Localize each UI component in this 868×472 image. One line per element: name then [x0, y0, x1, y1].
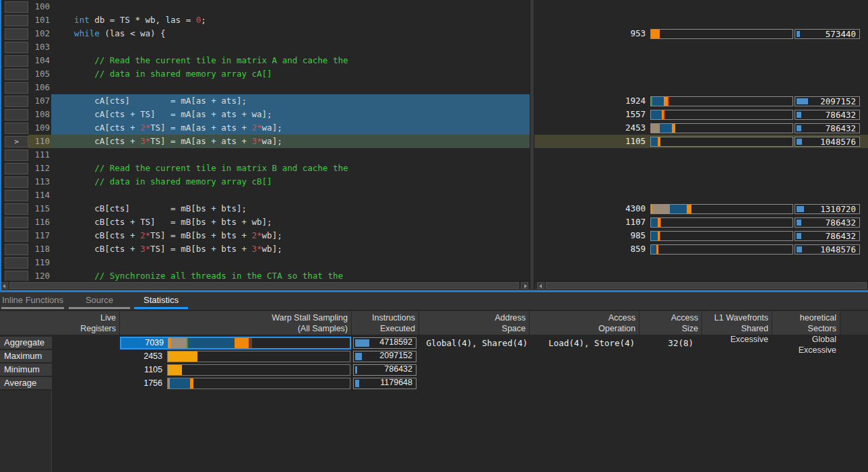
code-line[interactable]: 101 int db = TS * wb, las = 0; [0, 13, 530, 27]
code-line[interactable]: 114 [0, 189, 530, 202]
instructions-bar[interactable]: 573440 [795, 29, 860, 39]
warp-stall-bar[interactable] [168, 338, 350, 348]
warp-stall-bar[interactable] [650, 231, 793, 241]
column-header[interactable]: L1 WavefrontsShared Excessive [702, 311, 772, 335]
column-header[interactable]: AccessOperation [530, 311, 640, 335]
sample-row[interactable]: 11051048576 [534, 135, 868, 148]
code-line[interactable]: 116 cB[cts + TS] = mB[bs + bts + wb]; [0, 215, 530, 229]
instructions-bar[interactable]: 1048576 [795, 244, 860, 255]
scrollbar-thumb[interactable] [9, 282, 519, 289]
gutter-box[interactable] [5, 69, 28, 80]
code-hscrollbar[interactable] [0, 281, 530, 289]
gutter-box[interactable] [5, 230, 28, 242]
column-header[interactable]: LiveRegisters [53, 311, 120, 335]
stat-row-label-aggregate[interactable]: Aggregate [0, 337, 52, 349]
warp-stall-bar[interactable] [650, 137, 793, 147]
gutter-box[interactable] [5, 109, 28, 121]
code-line[interactable]: 107 cA[cts] = mA[as + ats]; [0, 94, 530, 108]
sample-row[interactable]: 2453786432 [534, 121, 868, 135]
warp-stall-bar[interactable] [167, 351, 350, 362]
tab-inline-functions[interactable]: Inline Functions [1, 293, 64, 307]
column-header[interactable]: InstructionsExecuted [352, 311, 419, 335]
column-header[interactable]: AddressSpace [419, 311, 530, 335]
code-line[interactable]: 118 cB[cts + 3*TS] = mB[bs + bts + 3*wb]… [0, 242, 530, 256]
warp-stall-bar[interactable] [650, 244, 793, 255]
statistics-header[interactable]: LiveRegistersWarp Stall Sampling(All Sam… [0, 311, 868, 335]
samples-hscrollbar[interactable] [534, 281, 868, 289]
instructions-bar[interactable]: 1179648 [353, 378, 416, 389]
instructions-bar[interactable]: 2097152 [795, 96, 860, 106]
sample-row[interactable]: 1107786432 [534, 215, 868, 229]
code-panel[interactable]: 100101 int db = TS * wb, las = 0;102 whi… [0, 0, 530, 289]
gutter-box[interactable] [5, 190, 28, 201]
instructions-bar[interactable]: 786432 [353, 364, 416, 376]
code-line[interactable]: 100 [0, 0, 530, 13]
warp-stall-cell-selected[interactable]: 7039 [120, 337, 351, 349]
code-line[interactable]: >110 cA[cts + 3*TS] = mA[as + ats + 3*wa… [0, 135, 530, 148]
gutter-box[interactable] [5, 217, 28, 228]
gutter-box[interactable] [5, 123, 28, 134]
gutter-box[interactable] [5, 244, 28, 255]
gutter-box[interactable] [5, 15, 28, 26]
tab-statistics[interactable]: Statistics [134, 293, 188, 307]
scrollbar-thumb[interactable] [546, 282, 867, 289]
code-line[interactable]: 104 // Read the current tile in matrix A… [0, 54, 530, 67]
instructions-bar[interactable]: 786432 [795, 217, 860, 228]
gutter-box[interactable] [5, 1, 28, 13]
code-line[interactable]: 106 [0, 81, 530, 94]
sample-row[interactable]: 953573440 [534, 27, 868, 40]
code-line[interactable]: 115 cB[cts] = mB[bs + bts]; [0, 202, 530, 215]
scroll-right-icon[interactable] [521, 282, 528, 289]
code-line[interactable]: 111 [0, 148, 530, 162]
warp-stall-bar[interactable] [650, 110, 793, 120]
column-header[interactable]: Warp Stall Sampling(All Samples) [120, 311, 352, 335]
instructions-bar[interactable]: 786432 [795, 110, 860, 120]
sample-row[interactable]: 1557786432 [534, 108, 868, 121]
warp-stall-bar[interactable] [167, 378, 350, 389]
code-line[interactable]: 102 while (las < wa) { [0, 27, 530, 40]
panel-divider[interactable] [530, 0, 534, 289]
sample-row[interactable]: 43001310720 [534, 202, 868, 215]
code-line[interactable]: 117 cB[cts + 2*TS] = mB[bs + bts + 2*wb]… [0, 229, 530, 242]
instructions-bar[interactable]: 1048576 [795, 137, 860, 147]
scroll-left-icon[interactable] [1, 282, 8, 289]
instructions-bar[interactable]: 786432 [795, 231, 860, 241]
column-header[interactable]: heoretical SectorsGlobal Excessive [772, 311, 840, 335]
code-line[interactable]: 103 [0, 40, 530, 54]
warp-stall-bar[interactable] [650, 96, 793, 106]
stat-row-label-minimum[interactable]: Minimum [0, 364, 52, 376]
gutter-box[interactable] [5, 176, 28, 188]
stat-row-label-average[interactable]: Average [0, 377, 52, 390]
code-line[interactable]: 119 [0, 256, 530, 269]
instructions-bar[interactable]: 786432 [795, 123, 860, 133]
warp-stall-bar[interactable] [650, 123, 793, 133]
warp-stall-bar[interactable] [650, 217, 793, 228]
gutter-box[interactable] [5, 149, 28, 161]
gutter-box[interactable] [5, 82, 28, 94]
gutter-box[interactable] [5, 203, 28, 215]
column-header[interactable]: AccessSize [640, 311, 702, 335]
gutter-box[interactable] [5, 28, 28, 40]
instructions-bar[interactable]: 4718592 [353, 337, 416, 349]
warp-stall-bar[interactable] [650, 204, 793, 214]
current-line-marker-icon[interactable]: > [5, 136, 28, 147]
scroll-left-icon[interactable] [537, 282, 545, 289]
sample-row[interactable]: 8591048576 [534, 242, 868, 256]
gutter-box[interactable] [5, 42, 28, 53]
instructions-bar[interactable]: 2097152 [353, 351, 416, 362]
gutter-box[interactable] [5, 163, 28, 174]
code-line[interactable]: 108 cA[cts + TS] = mA[as + ats + wa]; [0, 108, 530, 121]
gutter-box[interactable] [5, 257, 28, 269]
sample-row[interactable]: 985786432 [534, 229, 868, 242]
code-line[interactable]: 105 // data in shared memory array cA[] [0, 67, 530, 81]
instructions-bar[interactable]: 1310720 [795, 204, 860, 214]
warp-stall-bar[interactable] [650, 29, 793, 39]
sample-row[interactable]: 19242097152 [534, 94, 868, 108]
gutter-box[interactable] [5, 55, 28, 67]
stat-row-label-maximum[interactable]: Maximum [0, 350, 52, 363]
tab-source-markers[interactable]: Source Markers [69, 293, 130, 307]
gutter-box[interactable] [5, 96, 28, 107]
code-line[interactable]: 112 // Read the current tile in matrix B… [0, 162, 530, 175]
code-line[interactable]: 113 // data in shared memory array cB[] [0, 175, 530, 189]
code-line[interactable]: 109 cA[cts + 2*TS] = mA[as + ats + 2*wa]… [0, 121, 530, 135]
